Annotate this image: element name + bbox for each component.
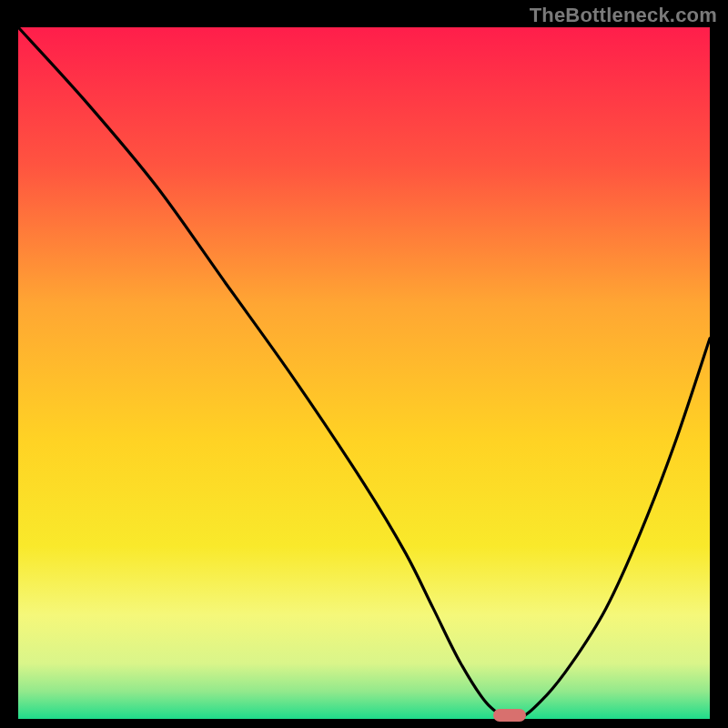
optimal-marker	[493, 709, 526, 722]
chart-frame	[18, 27, 710, 719]
chart-background-gradient	[18, 27, 710, 719]
watermark-text: TheBottleneck.com	[530, 4, 717, 27]
svg-rect-0	[18, 27, 710, 719]
